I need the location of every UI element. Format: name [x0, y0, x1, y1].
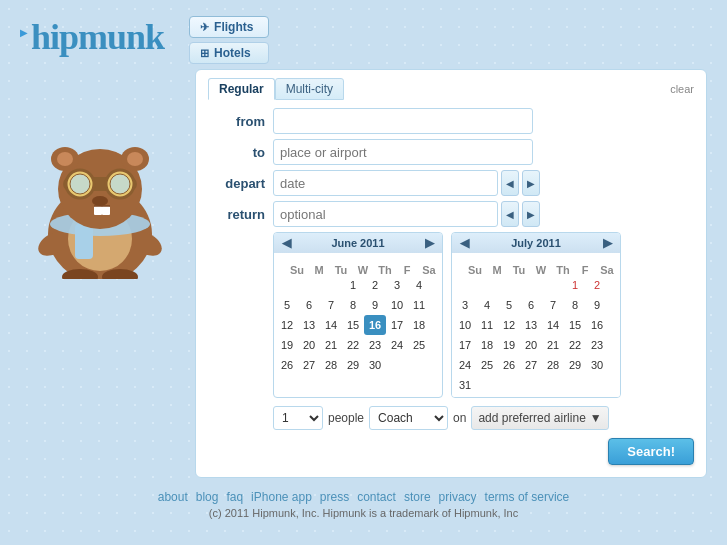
- cal-cell: [586, 375, 608, 395]
- cal-cell[interactable]: 2: [586, 275, 608, 295]
- cal-cell[interactable]: 25: [476, 355, 498, 375]
- to-input[interactable]: [273, 139, 533, 165]
- cal-cell[interactable]: 27: [298, 355, 320, 375]
- cal-cell[interactable]: 14: [542, 315, 564, 335]
- footer-link-blog[interactable]: blog: [196, 490, 219, 504]
- hotels-nav-button[interactable]: ⊞ Hotels: [189, 42, 269, 64]
- cal-cell[interactable]: 20: [520, 335, 542, 355]
- booking-controls: 1 2 3 4 people Coach Business First on a…: [273, 406, 694, 430]
- clear-link[interactable]: clear: [670, 83, 694, 95]
- cal-cell[interactable]: 7: [542, 295, 564, 315]
- cal-july-next[interactable]: ▶: [600, 236, 615, 250]
- cal-cell[interactable]: 10: [386, 295, 408, 315]
- cal-cell[interactable]: 10: [454, 315, 476, 335]
- cal-cell[interactable]: 19: [276, 335, 298, 355]
- footer-link-press[interactable]: press: [320, 490, 349, 504]
- cal-cell[interactable]: 5: [276, 295, 298, 315]
- cal-cell[interactable]: 13: [298, 315, 320, 335]
- cal-day-sa: Sa: [408, 255, 430, 275]
- cal-cell[interactable]: 4: [408, 275, 430, 295]
- cal-cell[interactable]: 28: [542, 355, 564, 375]
- cal-cell[interactable]: 30: [364, 355, 386, 375]
- depart-prev-btn[interactable]: ◀: [501, 170, 519, 196]
- cal-cell[interactable]: 3: [454, 295, 476, 315]
- cal-cell[interactable]: 20: [298, 335, 320, 355]
- cal-cell[interactable]: 3: [386, 275, 408, 295]
- cal-cell[interactable]: 19: [498, 335, 520, 355]
- cal-cell[interactable]: 8: [342, 295, 364, 315]
- cal-cell[interactable]: 11: [476, 315, 498, 335]
- cal-cell[interactable]: 17: [454, 335, 476, 355]
- cal-cell[interactable]: 30: [586, 355, 608, 375]
- cal-cell[interactable]: 2: [364, 275, 386, 295]
- cal-cell[interactable]: 22: [342, 335, 364, 355]
- return-next-btn[interactable]: ▶: [522, 201, 540, 227]
- cal-cell[interactable]: 11: [408, 295, 430, 315]
- cal-cell[interactable]: 5: [498, 295, 520, 315]
- cal-cell[interactable]: 1: [564, 275, 586, 295]
- cal-cell[interactable]: 24: [386, 335, 408, 355]
- footer-link-contact[interactable]: contact: [357, 490, 396, 504]
- cal-cell[interactable]: 8: [564, 295, 586, 315]
- footer-link-faq[interactable]: faq: [226, 490, 243, 504]
- footer-link-store[interactable]: store: [404, 490, 431, 504]
- depart-next-btn[interactable]: ▶: [522, 170, 540, 196]
- cal-cell[interactable]: 23: [586, 335, 608, 355]
- people-select[interactable]: 1 2 3 4: [273, 406, 323, 430]
- airline-dropdown[interactable]: add preferred airline ▼: [471, 406, 608, 430]
- cal-cell[interactable]: 22: [564, 335, 586, 355]
- cal-cell[interactable]: 27: [520, 355, 542, 375]
- flights-nav-button[interactable]: ✈ Flights: [189, 16, 269, 38]
- cal-cell[interactable]: 26: [276, 355, 298, 375]
- cal-cell[interactable]: 4: [476, 295, 498, 315]
- cal-cell[interactable]: 16: [586, 315, 608, 335]
- cal-july-prev[interactable]: ◀: [457, 236, 472, 250]
- cal-cell[interactable]: 15: [342, 315, 364, 335]
- cal-cell[interactable]: 21: [320, 335, 342, 355]
- return-input[interactable]: [273, 201, 498, 227]
- flights-label: Flights: [214, 20, 253, 34]
- search-button[interactable]: Search!: [608, 438, 694, 465]
- cal-cell[interactable]: 24: [454, 355, 476, 375]
- footer-link-privacy[interactable]: privacy: [439, 490, 477, 504]
- footer-link-about[interactable]: about: [158, 490, 188, 504]
- dropdown-arrow-icon: ▼: [590, 411, 602, 425]
- cal-cell[interactable]: 6: [298, 295, 320, 315]
- cal-cell[interactable]: 12: [498, 315, 520, 335]
- cal-cell[interactable]: 17: [386, 315, 408, 335]
- footer-link-tos[interactable]: terms of service: [485, 490, 570, 504]
- cal-cell[interactable]: 29: [564, 355, 586, 375]
- cal-cell[interactable]: 6: [520, 295, 542, 315]
- cal-cell[interactable]: 26: [498, 355, 520, 375]
- cal-cell[interactable]: 7: [320, 295, 342, 315]
- footer-link-iphone[interactable]: iPhone app: [251, 490, 312, 504]
- cal-cell[interactable]: 9: [364, 295, 386, 315]
- cal-june-prev[interactable]: ◀: [279, 236, 294, 250]
- cal-july-row3: 10 11 12 13 14 15 16: [454, 315, 618, 335]
- cal-cell[interactable]: 23: [364, 335, 386, 355]
- cal-june-next[interactable]: ▶: [422, 236, 437, 250]
- class-select[interactable]: Coach Business First: [369, 406, 448, 430]
- cal-cell[interactable]: 15: [564, 315, 586, 335]
- from-input[interactable]: [273, 108, 533, 134]
- depart-input[interactable]: [273, 170, 498, 196]
- return-prev-btn[interactable]: ◀: [501, 201, 519, 227]
- cal-cell[interactable]: 1: [342, 275, 364, 295]
- search-panel: Regular Multi-city clear from to depart …: [195, 69, 707, 478]
- cal-cell[interactable]: 9: [586, 295, 608, 315]
- cal-cell[interactable]: 29: [342, 355, 364, 375]
- cal-cell[interactable]: 18: [476, 335, 498, 355]
- calendar-june: ◀ June 2011 ▶ Su M Tu W Th F Sa: [273, 232, 443, 398]
- cal-cell: [476, 375, 498, 395]
- cal-cell[interactable]: 18: [408, 315, 430, 335]
- cal-cell[interactable]: 21: [542, 335, 564, 355]
- cal-cell-today[interactable]: 16: [364, 315, 386, 335]
- cal-cell[interactable]: 14: [320, 315, 342, 335]
- cal-cell[interactable]: 25: [408, 335, 430, 355]
- tab-regular[interactable]: Regular: [208, 78, 275, 100]
- cal-cell[interactable]: 13: [520, 315, 542, 335]
- cal-cell[interactable]: 31: [454, 375, 476, 395]
- tab-multicity[interactable]: Multi-city: [275, 78, 344, 100]
- cal-cell[interactable]: 12: [276, 315, 298, 335]
- cal-cell[interactable]: 28: [320, 355, 342, 375]
